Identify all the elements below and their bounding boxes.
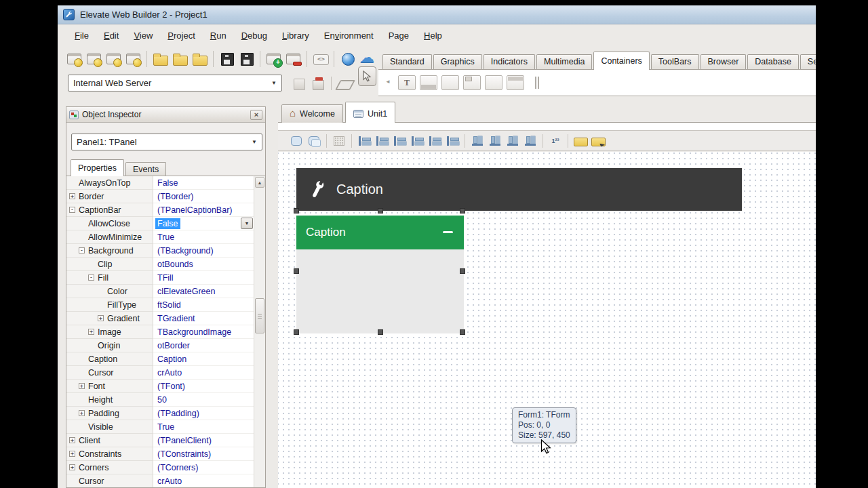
menu-item[interactable]: Edit	[96, 27, 126, 44]
property-row[interactable]: + Client (TPanelClient) ▼	[66, 434, 254, 447]
sep[interactable]	[326, 134, 327, 148]
page-panel-icon[interactable]	[462, 75, 481, 91]
property-value-cell[interactable]: (TBorder) ▼	[153, 190, 254, 203]
property-name-cell[interactable]: Cursor	[66, 474, 153, 487]
instance-selector-combo[interactable]: Panel1: TPanel ▼	[71, 134, 262, 150]
menu-item[interactable]: File	[67, 27, 96, 44]
property-row[interactable]: - CaptionBar (TPanelCaptionBar) ▼	[66, 203, 254, 217]
property-value-cell[interactable]: (TPadding) ▼	[153, 407, 254, 420]
align-left-icon[interactable]	[356, 134, 372, 148]
property-row[interactable]: + Corners (TCorners) ▼	[66, 461, 254, 474]
property-row[interactable]: AllowClose False ▼	[66, 217, 254, 230]
property-row[interactable]: + Padding (TPadding) ▼	[66, 407, 254, 420]
property-row[interactable]: FillType ftSolid ▼	[66, 298, 254, 312]
property-row[interactable]: Cursor crAuto ▼	[66, 474, 254, 487]
palette-tab[interactable]: Browser	[701, 54, 747, 70]
property-name-cell[interactable]: Visible	[66, 420, 153, 434]
property-row[interactable]: AlwaysOnTop False ▼	[66, 176, 254, 190]
splitter-icon[interactable]	[528, 75, 547, 91]
property-value-cell[interactable]: True ▼	[153, 230, 254, 244]
sep[interactable]	[334, 51, 334, 67]
expand-toggle-icon[interactable]: +	[69, 464, 75, 470]
property-name-cell[interactable]: + Client	[66, 434, 153, 447]
property-value-cell[interactable]: otBounds ▼	[153, 258, 254, 271]
property-row[interactable]: + Gradient TGradient ▼	[66, 312, 254, 325]
palette-tab[interactable]: Database	[747, 54, 799, 70]
property-row[interactable]: - Background (TBackground) ▼	[66, 244, 254, 258]
selection-handle-bottom-center[interactable]	[378, 329, 383, 335]
new-unit-icon[interactable]	[104, 50, 123, 68]
new-form-icon[interactable]	[85, 50, 103, 68]
property-value-cell[interactable]: (TCorners) ▼	[153, 461, 254, 474]
run-icon[interactable]	[338, 50, 357, 68]
scrollbar-thumb[interactable]	[255, 298, 264, 333]
property-value-cell[interactable]: (TConstraints) ▼	[153, 447, 254, 461]
property-value-cell[interactable]: 50 ▼	[153, 393, 254, 407]
menu-item[interactable]: Environment	[317, 27, 381, 44]
sep[interactable]	[307, 51, 307, 67]
menu-item[interactable]: Project	[160, 27, 202, 44]
property-name-cell[interactable]: + Border	[66, 190, 153, 203]
stop-server-icon[interactable]	[310, 76, 326, 91]
palette-tab[interactable]: Standard	[382, 54, 432, 70]
palette-tab[interactable]: Graphics	[433, 54, 482, 70]
property-name-cell[interactable]: - Fill	[66, 271, 153, 285]
expand-toggle-icon[interactable]: -	[88, 274, 94, 281]
palette-scroll-left-icon[interactable]	[384, 75, 395, 91]
expand-toggle-icon[interactable]: +	[69, 193, 75, 199]
sep[interactable]	[542, 134, 543, 148]
property-value-cell[interactable]: TGradient ▼	[153, 312, 254, 325]
new-dialog-icon[interactable]	[124, 50, 142, 68]
selection-handle-mid-right[interactable]	[460, 268, 465, 274]
object-inspector-titlebar[interactable]: Object Inspector ×	[66, 107, 265, 123]
property-name-cell[interactable]: + Font	[66, 380, 153, 393]
property-name-cell[interactable]: + Image	[66, 325, 153, 339]
property-row[interactable]: + Font (TFont) ▼	[66, 380, 254, 393]
property-name-cell[interactable]: AlwaysOnTop	[66, 176, 153, 190]
property-name-cell[interactable]: AllowMinimize	[66, 230, 153, 244]
selection-handle-bottom-right[interactable]	[460, 329, 465, 335]
property-row[interactable]: + Image TBackgroundImage ▼	[66, 325, 254, 339]
property-name-cell[interactable]: + Gradient	[66, 312, 153, 325]
property-value-cell[interactable]: TBackgroundImage ▼	[153, 325, 254, 339]
property-name-cell[interactable]: + Corners	[66, 461, 153, 474]
property-value-cell[interactable]: ftSolid ▼	[153, 298, 254, 312]
remove-from-project-icon[interactable]	[284, 50, 302, 68]
sep[interactable]	[568, 134, 568, 148]
shrink-to-smallest-icon[interactable]	[522, 134, 538, 148]
grow-to-largest-icon[interactable]	[505, 134, 521, 148]
selection-handle-top-center[interactable]	[378, 208, 383, 214]
property-value-cell[interactable]: (TPanelCaptionBar) ▼	[153, 203, 254, 217]
menu-item[interactable]: Library	[275, 27, 317, 44]
align-bottom-icon[interactable]	[444, 134, 460, 148]
property-name-cell[interactable]: FillType	[66, 298, 153, 312]
property-name-cell[interactable]: + Constraints	[66, 447, 153, 461]
save-icon[interactable]	[218, 50, 236, 68]
view-source-icon[interactable]	[311, 50, 330, 68]
property-value-cell[interactable]: TFill ▼	[153, 271, 254, 285]
property-value-cell[interactable]: True ▼	[153, 420, 254, 434]
header-panel[interactable]: Caption	[296, 168, 742, 211]
property-row[interactable]: Cursor crAuto ▼	[66, 366, 254, 380]
property-row[interactable]: Origin otBorder ▼	[66, 339, 254, 352]
palette-tab[interactable]: ToolBars	[651, 54, 699, 70]
sep[interactable]	[351, 134, 352, 148]
inspector-tab[interactable]: Events	[125, 162, 166, 176]
sep[interactable]	[213, 51, 214, 67]
send-to-back-icon[interactable]	[306, 134, 322, 148]
property-row[interactable]: AllowMinimize True ▼	[66, 230, 254, 244]
menu-item[interactable]: Page	[381, 27, 416, 44]
open-project-icon[interactable]	[151, 50, 170, 68]
select-cursor-tool-button[interactable]	[358, 66, 376, 86]
deploy-icon[interactable]	[358, 50, 376, 68]
view-code-icon[interactable]	[590, 134, 606, 148]
window-titlebar[interactable]: Elevate Web Builder 2 - Project1	[58, 5, 816, 24]
bring-to-front-icon[interactable]	[288, 134, 304, 148]
palette-tab[interactable]: Server	[800, 54, 816, 70]
tab-order-icon[interactable]	[547, 134, 564, 148]
property-row[interactable]: + Border (TBorder) ▼	[66, 190, 254, 203]
property-grid-scrollbar[interactable]: ▲	[254, 176, 265, 487]
property-name-cell[interactable]: - CaptionBar	[66, 203, 153, 217]
selection-handle-bottom-left[interactable]	[294, 329, 299, 335]
save-all-icon[interactable]	[237, 50, 256, 68]
